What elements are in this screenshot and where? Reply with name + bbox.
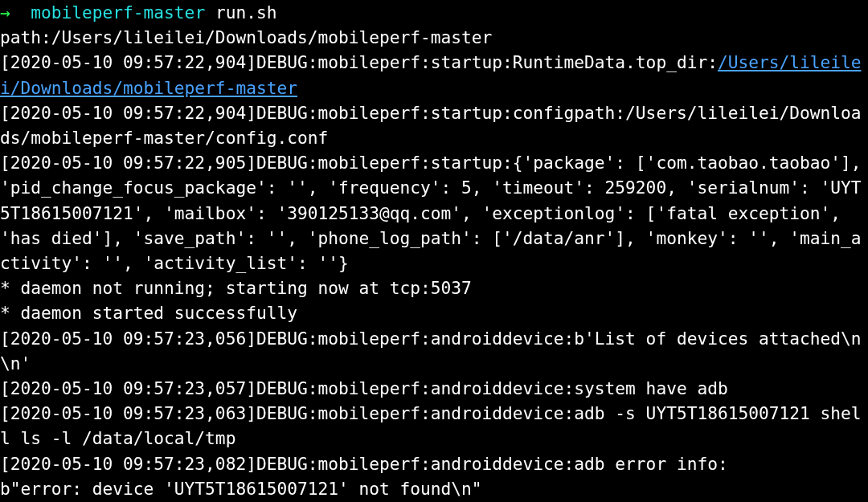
prompt-arrow-icon: → (0, 2, 10, 22)
log-line: * daemon started successfully (0, 303, 297, 323)
terminal-output[interactable]: → mobileperf-master run.sh path:/Users/l… (0, 0, 868, 502)
log-line: path:/Users/lileilei/Downloads/mobileper… (0, 27, 492, 47)
log-line: [2020-05-10 09:57:23,057]DEBUG:mobileper… (0, 378, 728, 398)
log-line: b"error: device 'UYT5T18615007121' not f… (0, 479, 482, 499)
prompt-cwd: mobileperf-master (31, 2, 205, 22)
log-line: [2020-05-10 09:57:23,082]DEBUG:mobileper… (0, 454, 728, 474)
log-line: [2020-05-10 09:57:22,904]DEBUG:mobileper… (0, 103, 862, 148)
log-line: [2020-05-10 09:57:23,056]DEBUG:mobileper… (0, 329, 862, 373)
log-line: * daemon not running; starting now at tc… (0, 278, 472, 298)
log-line: [2020-05-10 09:57:23,063]DEBUG:mobileper… (0, 403, 862, 448)
log-line: [2020-05-10 09:57:22,904]DEBUG:mobileper… (0, 52, 718, 72)
prompt-command: run.sh (215, 2, 277, 22)
log-line: [2020-05-10 09:57:22,905]DEBUG:mobileper… (0, 153, 868, 273)
